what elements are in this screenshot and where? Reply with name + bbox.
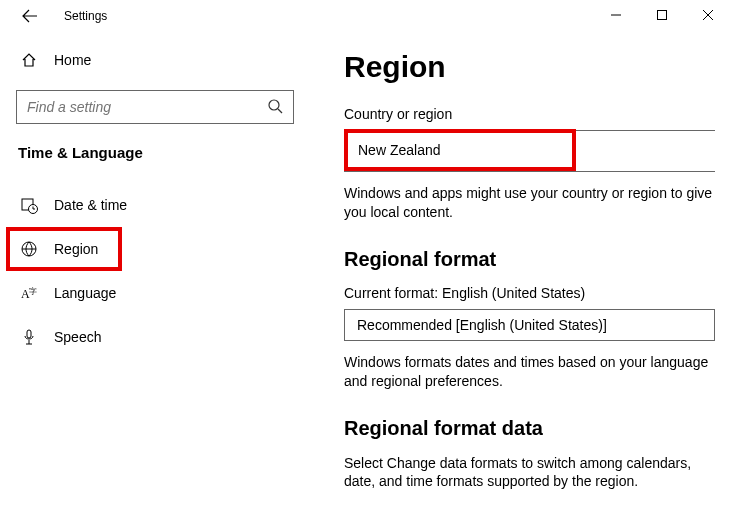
back-button[interactable] bbox=[14, 0, 46, 32]
country-label: Country or region bbox=[344, 106, 715, 122]
globe-icon bbox=[20, 241, 38, 257]
format-dropdown[interactable]: Recommended [English (United States)] bbox=[344, 309, 715, 341]
format-heading: Regional format bbox=[344, 248, 715, 271]
search-input[interactable] bbox=[27, 99, 267, 115]
content-area: Region Country or region New Zealand Win… bbox=[310, 32, 731, 511]
close-button[interactable] bbox=[685, 0, 731, 30]
minimize-icon bbox=[611, 10, 621, 20]
maximize-icon bbox=[657, 10, 667, 20]
language-icon: A字 bbox=[20, 286, 38, 301]
nav-date-time[interactable]: Date & time bbox=[16, 183, 294, 227]
nav-item-label: Date & time bbox=[54, 197, 127, 213]
svg-point-4 bbox=[269, 100, 279, 110]
format-value: Recommended [English (United States)] bbox=[357, 317, 607, 333]
home-nav[interactable]: Home bbox=[16, 40, 294, 80]
data-desc: Select Change data formats to switch amo… bbox=[344, 454, 715, 492]
nav-speech[interactable]: Speech bbox=[16, 315, 294, 359]
back-arrow-icon bbox=[22, 8, 38, 24]
svg-line-5 bbox=[278, 109, 282, 113]
maximize-button[interactable] bbox=[639, 0, 685, 30]
nav-region[interactable]: Region bbox=[10, 231, 118, 267]
home-label: Home bbox=[54, 52, 91, 68]
current-format-label: Current format: English (United States) bbox=[344, 285, 715, 301]
microphone-icon bbox=[20, 329, 38, 345]
nav-language[interactable]: A字 Language bbox=[16, 271, 294, 315]
svg-rect-11 bbox=[27, 330, 31, 338]
home-icon bbox=[20, 52, 38, 68]
search-box[interactable] bbox=[16, 90, 294, 124]
country-desc: Windows and apps might use your country … bbox=[344, 184, 715, 222]
category-heading: Time & Language bbox=[16, 144, 294, 161]
data-heading: Regional format data bbox=[344, 417, 715, 440]
country-dropdown[interactable]: New Zealand bbox=[348, 142, 441, 158]
window-title: Settings bbox=[64, 9, 107, 23]
country-dropdown-highlight: New Zealand bbox=[344, 129, 576, 171]
country-value: New Zealand bbox=[358, 142, 441, 158]
page-heading: Region bbox=[344, 50, 715, 84]
nav-item-label: Speech bbox=[54, 329, 101, 345]
nav-list: Date & time Region A字 Language bbox=[16, 183, 294, 359]
sidebar: Home Time & Language Date & time bbox=[0, 32, 310, 511]
divider bbox=[344, 171, 715, 172]
close-icon bbox=[703, 10, 713, 20]
nav-item-label: Language bbox=[54, 285, 116, 301]
calendar-clock-icon bbox=[20, 197, 38, 214]
svg-text:字: 字 bbox=[29, 287, 37, 296]
nav-item-label: Region bbox=[54, 241, 98, 257]
search-icon bbox=[267, 98, 283, 117]
format-desc: Windows formats dates and times based on… bbox=[344, 353, 715, 391]
minimize-button[interactable] bbox=[593, 0, 639, 30]
nav-region-highlight: Region bbox=[6, 227, 122, 271]
svg-rect-1 bbox=[658, 11, 667, 20]
